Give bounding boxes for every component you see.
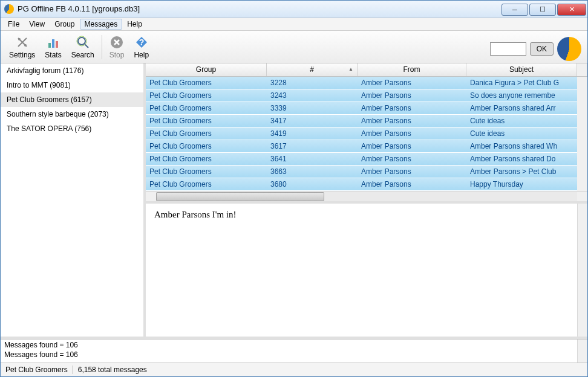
preview-scrollbar[interactable] bbox=[577, 204, 587, 337]
maximize-button[interactable]: ☐ bbox=[529, 4, 556, 16]
cell-group: Pet Club Groomers bbox=[146, 117, 267, 125]
table-row[interactable]: Pet Club Groomers3228Amber ParsonsDanica… bbox=[146, 77, 587, 89]
table-row[interactable]: Pet Club Groomers3243Amber ParsonsSo doe… bbox=[146, 89, 587, 102]
table-row[interactable]: Pet Club Groomers3417Amber ParsonsCute i… bbox=[146, 115, 587, 127]
cell-subject: Happy Thursday bbox=[466, 180, 587, 188]
window-title: PG Offline FB 4.0.11 [ygroups.db3] bbox=[18, 4, 501, 13]
status-bar: Pet Club Groomers 6,158 total messages bbox=[1, 363, 587, 376]
stop-button[interactable]: Stop bbox=[106, 34, 128, 60]
svg-rect-4 bbox=[56, 41, 58, 48]
menu-help[interactable]: Help bbox=[122, 19, 147, 30]
cell-group: Pet Club Groomers bbox=[146, 180, 267, 188]
menu-group[interactable]: Group bbox=[50, 19, 79, 30]
log-line: Messages found = 106 bbox=[4, 350, 584, 360]
settings-button[interactable]: Settings bbox=[5, 34, 39, 60]
search-icon bbox=[76, 35, 90, 50]
ok-button[interactable]: OK bbox=[530, 42, 554, 56]
cell-group: Pet Club Groomers bbox=[146, 79, 267, 87]
toolbar-separator bbox=[102, 35, 102, 59]
close-button[interactable]: ✕ bbox=[557, 4, 586, 16]
cell-from: Amber Parsons bbox=[358, 91, 466, 100]
table-row[interactable]: Pet Club Groomers3663Amber ParsonsAmber … bbox=[146, 166, 587, 178]
column-group[interactable]: Group bbox=[146, 63, 267, 76]
status-total: 6,158 total messages bbox=[78, 366, 147, 374]
svg-point-1 bbox=[24, 44, 27, 47]
cell-from: Amber Parsons bbox=[358, 79, 466, 87]
cell-from: Amber Parsons bbox=[358, 142, 466, 150]
grid-header: Group #▲ From Subject bbox=[146, 63, 587, 77]
cell-from: Amber Parsons bbox=[358, 104, 466, 112]
stats-icon bbox=[46, 35, 60, 50]
column-from[interactable]: From bbox=[358, 63, 466, 76]
log-line: Messages found = 106 bbox=[4, 341, 584, 350]
cell-number: 3641 bbox=[267, 155, 358, 163]
column-subject[interactable]: Subject bbox=[466, 63, 577, 76]
scrollbar-thumb[interactable] bbox=[156, 192, 324, 201]
cell-subject: Amber Parsons shared Arr bbox=[466, 104, 587, 112]
cell-number: 3339 bbox=[267, 104, 358, 112]
cell-number: 3663 bbox=[267, 167, 358, 176]
message-preview: Amber Parsons I'm in! bbox=[146, 204, 587, 337]
search-input[interactable] bbox=[490, 42, 526, 56]
preview-text: Amber Parsons I'm in! bbox=[154, 210, 237, 219]
cell-from: Amber Parsons bbox=[358, 180, 466, 188]
cell-subject: Amber Parsons shared Wh bbox=[466, 142, 587, 150]
scroll-corner bbox=[577, 63, 587, 76]
app-logo-icon bbox=[557, 37, 581, 61]
table-row[interactable]: Pet Club Groomers3339Amber ParsonsAmber … bbox=[146, 102, 587, 115]
cell-subject: Cute ideas bbox=[466, 117, 587, 125]
sidebar-group-item[interactable]: Pet Club Groomers (6157) bbox=[1, 92, 143, 107]
app-icon bbox=[4, 4, 14, 14]
table-row[interactable]: Pet Club Groomers3680Amber ParsonsHappy … bbox=[146, 178, 587, 191]
cell-from: Amber Parsons bbox=[358, 117, 466, 125]
menu-file[interactable]: File bbox=[3, 19, 24, 30]
horizontal-scrollbar[interactable] bbox=[146, 191, 587, 201]
log-scrollbar[interactable] bbox=[577, 340, 587, 362]
minimize-button[interactable]: ─ bbox=[501, 4, 528, 16]
cell-number: 3419 bbox=[267, 129, 358, 138]
column-number[interactable]: #▲ bbox=[267, 63, 358, 76]
sidebar-group-item[interactable]: Southern style barbeque (2073) bbox=[1, 107, 143, 121]
menu-messages[interactable]: Messages bbox=[80, 19, 123, 30]
app-window: PG Offline FB 4.0.11 [ygroups.db3] ─ ☐ ✕… bbox=[0, 0, 588, 377]
titlebar[interactable]: PG Offline FB 4.0.11 [ygroups.db3] ─ ☐ ✕ bbox=[1, 1, 587, 18]
vertical-scrollbar[interactable] bbox=[577, 77, 587, 191]
sidebar-group-item[interactable]: Intro to MMT (9081) bbox=[1, 78, 143, 92]
cell-from: Amber Parsons bbox=[358, 167, 466, 176]
menubar: File View Group Messages Help bbox=[1, 18, 587, 31]
cell-number: 3617 bbox=[267, 142, 358, 150]
toolbar: Settings Stats Search Stop ? Help OK bbox=[1, 31, 587, 63]
stats-button[interactable]: Stats bbox=[41, 34, 65, 60]
stop-icon bbox=[109, 35, 124, 50]
svg-rect-3 bbox=[52, 39, 54, 48]
groups-sidebar: Arkivfaglig forum (1176)Intro to MMT (90… bbox=[1, 63, 146, 337]
svg-text:?: ? bbox=[139, 37, 145, 47]
sort-asc-icon: ▲ bbox=[348, 66, 353, 72]
help-button[interactable]: ? Help bbox=[130, 34, 152, 60]
grid-body[interactable]: Pet Club Groomers3228Amber ParsonsDanica… bbox=[146, 77, 587, 191]
cell-group: Pet Club Groomers bbox=[146, 155, 267, 163]
table-row[interactable]: Pet Club Groomers3617Amber ParsonsAmber … bbox=[146, 140, 587, 153]
message-grid: Group #▲ From Subject Pet Club Groomers3… bbox=[146, 63, 587, 204]
sidebar-group-item[interactable]: The SATOR OPERA (756) bbox=[1, 121, 143, 136]
cell-subject: Amber Parsons > Pet Club bbox=[466, 167, 587, 176]
cell-number: 3243 bbox=[267, 91, 358, 100]
menu-view[interactable]: View bbox=[24, 19, 50, 30]
cell-from: Amber Parsons bbox=[358, 129, 466, 138]
cell-from: Amber Parsons bbox=[358, 155, 466, 163]
cell-group: Pet Club Groomers bbox=[146, 129, 267, 138]
cell-subject: Amber Parsons shared Do bbox=[466, 155, 587, 163]
log-panel: Messages found = 106 Messages found = 10… bbox=[1, 339, 587, 363]
cell-group: Pet Club Groomers bbox=[146, 91, 267, 100]
table-row[interactable]: Pet Club Groomers3419Amber ParsonsCute i… bbox=[146, 127, 587, 140]
cell-subject: So does anyone remembe bbox=[466, 91, 587, 100]
help-icon: ? bbox=[134, 35, 149, 50]
sidebar-group-item[interactable]: Arkivfaglig forum (1176) bbox=[1, 63, 143, 78]
settings-icon bbox=[15, 35, 30, 50]
search-button[interactable]: Search bbox=[68, 34, 98, 60]
cell-group: Pet Club Groomers bbox=[146, 142, 267, 150]
table-row[interactable]: Pet Club Groomers3641Amber ParsonsAmber … bbox=[146, 153, 587, 166]
cell-number: 3228 bbox=[267, 79, 358, 87]
cell-group: Pet Club Groomers bbox=[146, 104, 267, 112]
cell-number: 3680 bbox=[267, 180, 358, 188]
